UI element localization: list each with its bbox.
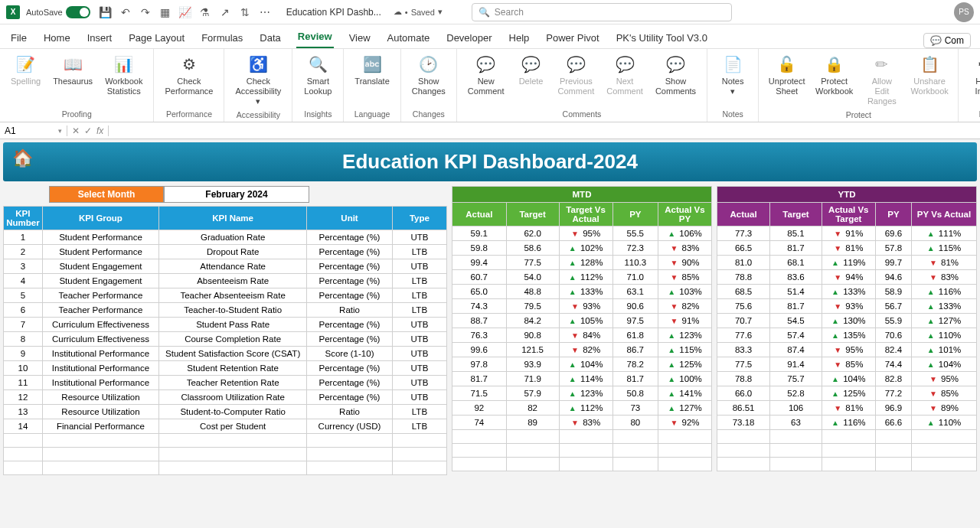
tab-power-pivot[interactable]: Power Pivot: [544, 28, 600, 48]
ribbon-btn-check-accessibility-[interactable]: ♿CheckAccessibility ▾: [230, 52, 286, 109]
ribbon-group-label: Language: [350, 108, 394, 119]
undo-icon[interactable]: ↶: [119, 6, 132, 18]
ribbon-btn-hide-ink-[interactable]: ✒HideInk ▾: [965, 52, 980, 98]
table-row[interactable]: 66.581.7▼ 81%57.8▲ 115%: [717, 241, 977, 256]
table-row[interactable]: 1Student PerformanceGraduation RatePerce…: [4, 230, 447, 245]
ribbon-btn-workbook-statistics[interactable]: 📊WorkbookStatistics: [100, 52, 147, 98]
sort-icon[interactable]: ⇅: [239, 6, 251, 18]
autosave-label: AutoSave: [26, 8, 63, 17]
table-row[interactable]: 78.883.6▼ 94%94.6▼ 83%: [717, 270, 977, 285]
table-row[interactable]: 78.875.7▲ 104%82.8▼ 95%: [717, 372, 977, 386]
share-icon[interactable]: ↗: [219, 6, 231, 18]
table-row[interactable]: 6Teacher PerformanceTeacher-to-Student R…: [4, 303, 447, 318]
ribbon-btn-protect-workbook[interactable]: 🔒ProtectWorkbook: [812, 52, 857, 98]
table-row[interactable]: 77.385.1▼ 91%69.6▲ 111%: [717, 227, 977, 241]
chart-icon[interactable]: 📈: [179, 6, 191, 18]
tab-page-layout[interactable]: Page Layout: [127, 28, 186, 48]
tab-automate[interactable]: Automate: [386, 28, 432, 48]
tab-pk-s-utility-tool-v3-0[interactable]: PK's Utility Tool V3.0: [615, 28, 709, 48]
redo-icon[interactable]: ↷: [139, 6, 152, 18]
mtd-header: MTD: [452, 187, 712, 203]
tab-formulas[interactable]: Formulas: [200, 28, 244, 48]
table-row[interactable]: 59.162.0▼ 95%55.5▲ 106%: [452, 227, 712, 241]
table-row[interactable]: 59.858.6▲ 102%72.3▼ 83%: [452, 241, 712, 256]
tab-home[interactable]: Home: [42, 28, 72, 48]
table-row[interactable]: 60.754.0▲ 112%71.0▼ 85%: [452, 270, 712, 285]
ribbon: 📝Spelling📖Thesaurus📊WorkbookStatisticsPr…: [0, 49, 980, 122]
table-row[interactable]: 12Resource UtilizationClassroom Utilizat…: [4, 390, 447, 405]
table-row[interactable]: 8Curriculum EffectivenessCourse Completi…: [4, 332, 447, 347]
table-row[interactable]: 7Curriculum EffectivenessStudent Pass Ra…: [4, 318, 447, 332]
table-row[interactable]: 97.893.9▲ 104%78.2▲ 125%: [452, 357, 712, 372]
ribbon-btn-show-comments[interactable]: 💬ShowComments: [651, 52, 701, 98]
table-row[interactable]: 76.390.8▼ 84%61.8▲ 123%: [452, 328, 712, 343]
save-status[interactable]: ☁ • Saved ▾: [394, 7, 443, 17]
table-row[interactable]: 2Student PerformanceDropout RatePercenta…: [4, 245, 447, 259]
table-row[interactable]: 5Teacher PerformanceTeacher Absenteeism …: [4, 288, 447, 303]
table-row[interactable]: 71.557.9▲ 123%50.8▲ 141%: [452, 386, 712, 401]
tab-review[interactable]: Review: [296, 26, 334, 48]
table-row[interactable]: 81.771.9▲ 114%81.7▲ 100%: [452, 372, 712, 386]
ribbon-icon: 📝: [15, 54, 37, 75]
user-avatar[interactable]: PS: [954, 2, 974, 22]
table-row[interactable]: 99.6121.5▼ 82%86.7▲ 115%: [452, 343, 712, 357]
autosave-toggle-group[interactable]: AutoSave: [26, 6, 90, 18]
table-row[interactable]: 7489▼ 83%80▼ 92%: [452, 416, 712, 430]
table-row[interactable]: 81.068.1▲ 119%99.7▼ 81%: [717, 256, 977, 270]
ribbon-group-label: Comments: [463, 108, 701, 119]
table-row[interactable]: 74.379.5▼ 93%90.6▼ 82%: [452, 299, 712, 314]
tab-developer[interactable]: Developer: [445, 28, 493, 48]
cancel-icon[interactable]: ✕: [72, 125, 80, 136]
ribbon-btn-notes-[interactable]: 📄Notes▾: [714, 52, 752, 98]
ribbon-icon: ⚙: [178, 54, 200, 75]
tab-data[interactable]: Data: [258, 28, 282, 48]
selected-month[interactable]: February 2024: [164, 186, 309, 203]
tab-help[interactable]: Help: [508, 28, 531, 48]
filter-icon[interactable]: ⚗: [199, 6, 211, 18]
ribbon-btn-translate[interactable]: 🔤Translate: [350, 52, 394, 88]
ribbon-btn-show-changes[interactable]: 🕑ShowChanges: [407, 52, 450, 98]
grid-icon[interactable]: ▦: [159, 6, 172, 18]
comments-button[interactable]: 💬 Com: [923, 33, 971, 48]
ribbon-btn-thesaurus[interactable]: 📖Thesaurus: [48, 52, 97, 88]
table-row[interactable]: 9282▲ 112%73▲ 127%: [452, 401, 712, 416]
table-row[interactable]: 99.477.5▲ 128%110.3▼ 90%: [452, 256, 712, 270]
table-row[interactable]: 9Institutional PerformanceStudent Satisf…: [4, 347, 447, 361]
enter-icon[interactable]: ✓: [84, 125, 92, 136]
customize-qat-icon[interactable]: ⋯: [259, 6, 271, 18]
table-row[interactable]: 88.784.2▲ 105%97.5▼ 91%: [452, 314, 712, 328]
table-row: [452, 444, 712, 458]
save-icon[interactable]: 💾: [100, 6, 112, 18]
ribbon-btn-smart-lookup[interactable]: 🔍SmartLookup: [299, 52, 337, 98]
ribbon-icon: 🕑: [418, 54, 439, 75]
name-box[interactable]: A1▾: [0, 125, 67, 136]
table-row[interactable]: 75.681.7▼ 93%56.7▲ 133%: [717, 299, 977, 314]
table-row[interactable]: 3Student EngagementAttendance RatePercen…: [4, 259, 447, 274]
table-row[interactable]: 65.048.8▲ 133%63.1▲ 103%: [452, 285, 712, 299]
table-row[interactable]: 77.657.4▲ 135%70.6▲ 110%: [717, 328, 977, 343]
table-row[interactable]: 83.387.4▼ 95%82.4▲ 101%: [717, 343, 977, 357]
tab-file[interactable]: File: [9, 28, 28, 48]
table-row[interactable]: 4Student EngagementAbsenteeism RatePerce…: [4, 274, 447, 288]
table-row[interactable]: 70.754.5▲ 130%55.9▲ 127%: [717, 314, 977, 328]
table-row[interactable]: 66.052.8▲ 125%77.2▼ 85%: [717, 386, 977, 401]
fx-controls: ✕ ✓ fx: [67, 125, 109, 136]
tab-view[interactable]: View: [348, 28, 372, 48]
table-row[interactable]: 13Resource UtilizationStudent-to-Compute…: [4, 405, 447, 419]
fx-icon[interactable]: fx: [96, 125, 103, 136]
autosave-switch[interactable]: [66, 6, 90, 18]
search-input[interactable]: 🔍 Search: [472, 3, 732, 21]
home-icon[interactable]: 🏠: [12, 148, 33, 168]
ribbon-btn-check-performance[interactable]: ⚙CheckPerformance: [160, 52, 217, 98]
ribbon-btn-new-comment[interactable]: 💬NewComment: [463, 52, 509, 98]
table-row[interactable]: 73.1863▲ 116%66.6▲ 110%: [717, 416, 977, 430]
ribbon-btn-unprotect-sheet[interactable]: 🔓UnprotectSheet: [765, 52, 808, 98]
tab-insert[interactable]: Insert: [86, 28, 114, 48]
table-row[interactable]: 86.51106▼ 81%96.9▼ 89%: [717, 401, 977, 416]
col-header: KPI Name: [159, 207, 307, 230]
table-row[interactable]: 68.551.4▲ 133%58.9▲ 116%: [717, 285, 977, 299]
table-row[interactable]: 77.591.4▼ 85%74.4▲ 104%: [717, 357, 977, 372]
table-row[interactable]: 11Institutional PerformanceTeacher Reten…: [4, 376, 447, 390]
table-row[interactable]: 14Financial PerformanceCost per StudentC…: [4, 419, 447, 434]
table-row[interactable]: 10Institutional PerformanceStudent Reten…: [4, 361, 447, 376]
